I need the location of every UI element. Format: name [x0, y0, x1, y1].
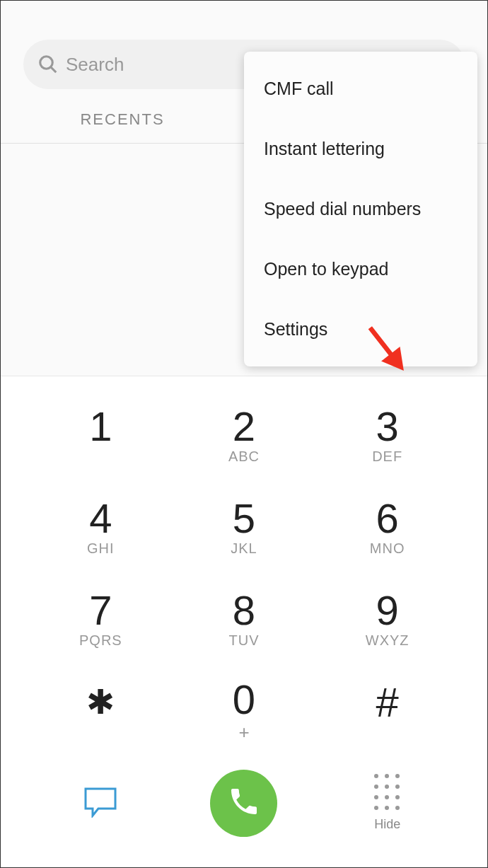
search-icon [37, 54, 59, 75]
key-digit: # [376, 682, 399, 723]
tab-recents[interactable]: RECENTS [1, 110, 244, 129]
key-digit: 3 [376, 406, 399, 447]
key-letters: WXYZ [366, 632, 409, 648]
key-digit: 8 [233, 590, 255, 631]
svg-point-0 [40, 57, 53, 69]
action-row: Hide [1, 760, 487, 849]
key-digit: 9 [376, 590, 399, 631]
key-digit: 7 [89, 590, 112, 631]
key-letters: PQRS [79, 632, 122, 648]
key-1[interactable]: 1 [29, 389, 173, 481]
key-letters: MNO [370, 540, 405, 556]
key-letters: DEF [372, 449, 402, 464]
key-digit: 6 [376, 498, 399, 539]
menu-item-cmf-call[interactable]: CMF call [244, 59, 477, 119]
call-button[interactable] [210, 770, 277, 837]
key-9[interactable]: 9 WXYZ [315, 573, 459, 665]
key-digit: 5 [233, 498, 255, 539]
hide-button[interactable]: Hide [315, 760, 459, 845]
phone-icon [227, 785, 261, 821]
key-letters: JKL [231, 540, 257, 556]
key-8[interactable]: 8 TUV [173, 573, 316, 665]
annotation-arrow [359, 316, 426, 386]
key-3[interactable]: 3 DEF [315, 389, 459, 481]
key-digit: 4 [89, 498, 112, 539]
key-plus: + [238, 722, 249, 743]
key-digit: 0 [233, 679, 255, 720]
svg-line-1 [51, 67, 57, 73]
menu-item-instant-lettering[interactable]: Instant lettering [244, 119, 477, 179]
menu-item-speed-dial[interactable]: Speed dial numbers [244, 179, 477, 239]
key-digit: ✱ [86, 685, 115, 719]
key-letters: ABC [228, 449, 260, 464]
key-digit: 2 [233, 406, 255, 447]
keypad: 1 2 ABC 3 DEF 4 GHI 5 JKL 6 MNO 7 PQRS 8 [1, 376, 487, 757]
keypad-dots-icon [374, 774, 401, 811]
key-letters: GHI [87, 540, 115, 556]
menu-item-open-keypad[interactable]: Open to keypad [244, 239, 477, 299]
search-placeholder: Search [66, 54, 124, 76]
svg-marker-2 [364, 326, 409, 371]
key-hash[interactable]: # [315, 665, 459, 757]
key-digit: 1 [89, 406, 112, 447]
key-2[interactable]: 2 ABC [173, 389, 316, 481]
keypad-area: 1 2 ABC 3 DEF 4 GHI 5 JKL 6 MNO 7 PQRS 8 [1, 376, 487, 867]
key-star[interactable]: ✱ [29, 665, 173, 757]
key-6[interactable]: 6 MNO [315, 481, 459, 573]
key-5[interactable]: 5 JKL [173, 481, 316, 573]
call-button-cell [173, 760, 316, 845]
key-4[interactable]: 4 GHI [29, 481, 173, 573]
key-0[interactable]: 0 + [173, 665, 316, 757]
message-button[interactable] [29, 760, 173, 845]
key-7[interactable]: 7 PQRS [29, 573, 173, 665]
hide-label: Hide [374, 817, 400, 832]
key-letters: TUV [228, 632, 259, 648]
message-icon [83, 786, 118, 821]
